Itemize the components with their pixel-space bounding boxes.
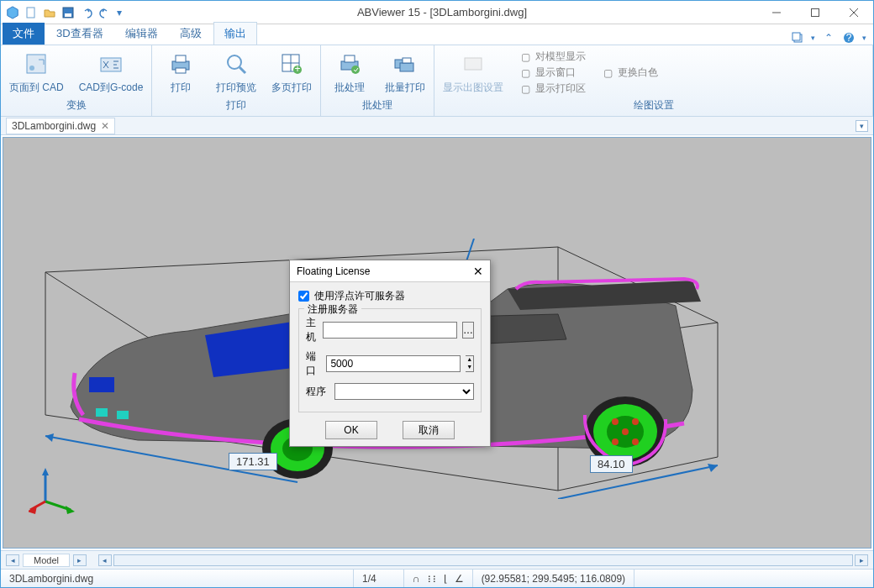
tab-advanced[interactable]: 高级: [170, 23, 212, 45]
tab-file[interactable]: 文件: [3, 23, 45, 45]
close-button[interactable]: [835, 1, 873, 24]
redo-icon[interactable]: [98, 6, 112, 19]
show-by-model-button[interactable]: ▢对模型显示: [519, 50, 586, 64]
batch-print-button[interactable]: 批量打印: [385, 50, 425, 95]
use-server-label: 使用浮点许可服务器: [314, 289, 405, 303]
collapse-ribbon-icon[interactable]: ⌃: [822, 31, 835, 45]
model-tab[interactable]: Model: [23, 554, 70, 567]
help-icon[interactable]: ?: [842, 31, 856, 45]
tab-3d-viewer[interactable]: 3D查看器: [46, 23, 113, 45]
svg-rect-12: [27, 55, 45, 73]
batch-label: 批处理: [334, 81, 365, 95]
plot-options-2: ▢更换白色: [601, 66, 658, 80]
document-tabs: 3DLamborgini.dwg ✕ ▾: [1, 117, 873, 135]
horizontal-scrollbar[interactable]: ◂ ▸: [90, 554, 868, 566]
batch-button[interactable]: 批处理: [329, 50, 370, 95]
svg-point-18: [228, 55, 241, 69]
change-white-button[interactable]: ▢更换白色: [601, 66, 658, 80]
model-display-icon: ▢: [519, 50, 532, 64]
maximize-button[interactable]: [796, 1, 835, 24]
svg-rect-29: [400, 63, 413, 71]
svg-rect-16: [176, 55, 186, 62]
use-server-input[interactable]: [298, 291, 309, 302]
dialog-close-icon[interactable]: ✕: [473, 265, 483, 278]
svg-point-13: [29, 66, 34, 71]
svg-rect-3: [65, 13, 71, 17]
open-icon[interactable]: [43, 6, 56, 19]
plot-settings-icon: [460, 50, 487, 77]
multipage-label: 多页打印: [271, 81, 312, 95]
port-spinner[interactable]: ▲▼: [466, 355, 474, 372]
status-coords: (92.95581; 299.5495; 116.0809): [473, 570, 634, 587]
scroll-right-icon[interactable]: ▸: [855, 554, 868, 566]
new-icon[interactable]: [24, 6, 38, 19]
svg-rect-5: [812, 8, 819, 16]
close-tab-icon[interactable]: ✕: [101, 120, 109, 132]
scroll-left-icon[interactable]: ◂: [98, 554, 112, 566]
statusbar: 3DLamborgini.dwg 1/4 ∩ ⫶⫶ ⌊ ∠ (92.95581;…: [1, 569, 873, 587]
document-tab[interactable]: 3DLamborgini.dwg ✕: [6, 118, 115, 134]
host-label: 主机: [306, 316, 318, 344]
cancel-button[interactable]: 取消: [403, 421, 455, 439]
ortho-icon[interactable]: ⌊: [444, 573, 448, 585]
tab-prev-icon[interactable]: ◂: [6, 554, 19, 566]
change-white-icon: ▢: [601, 66, 614, 80]
svg-text:+: +: [295, 63, 301, 75]
print-preview-label: 打印预览: [216, 81, 256, 95]
print-area-icon: ▢: [519, 82, 532, 96]
svg-point-53: [632, 438, 639, 445]
page-to-cad-button[interactable]: 页面到 CAD: [9, 50, 64, 95]
use-server-checkbox[interactable]: 使用浮点许可服务器: [298, 289, 482, 303]
svg-rect-1: [27, 8, 34, 18]
host-input[interactable]: [323, 322, 457, 339]
svg-rect-17: [176, 68, 186, 73]
tab-output[interactable]: 输出: [213, 22, 257, 45]
layout-tabs: ◂ Model ▸ ◂ ▸: [1, 550, 873, 569]
show-print-area-button[interactable]: ▢显示打印区: [519, 81, 586, 96]
help-dropdown-icon[interactable]: ▾: [862, 34, 866, 42]
cad-to-gcode-icon: [97, 50, 124, 77]
host-browse-button[interactable]: …: [462, 322, 474, 339]
svg-line-19: [240, 67, 245, 73]
show-plot-settings-button[interactable]: 显示出图设置: [443, 50, 503, 95]
page-to-cad-label: 页面到 CAD: [9, 81, 64, 95]
save-icon[interactable]: [61, 6, 75, 19]
program-select[interactable]: [334, 383, 474, 400]
print-button[interactable]: 打印: [161, 50, 201, 95]
dialog-titlebar[interactable]: Floating License ✕: [290, 260, 490, 282]
cad-to-gcode-button[interactable]: CAD到G-code: [79, 50, 144, 95]
group-convert: 页面到 CAD CAD到G-code 变换: [1, 45, 152, 116]
qat-dropdown-icon[interactable]: ▾: [117, 7, 122, 18]
plot-options: ▢对模型显示 ▢显示窗口 ▢显示打印区: [519, 50, 586, 96]
clone-window-icon[interactable]: [791, 31, 804, 45]
tab-overflow-icon[interactable]: ▾: [856, 120, 868, 132]
undo-icon[interactable]: [80, 6, 93, 19]
cad-to-gcode-label: CAD到G-code: [79, 81, 144, 95]
print-label: 打印: [171, 81, 191, 95]
clone-dropdown-icon[interactable]: ▾: [811, 34, 815, 42]
tab-editor[interactable]: 编辑器: [115, 23, 168, 45]
status-page: 1/4: [354, 570, 404, 587]
ok-button[interactable]: OK: [325, 421, 377, 439]
axis-gizmo: [29, 464, 79, 514]
multipage-icon: +: [278, 50, 305, 77]
group-convert-title: 变换: [9, 98, 143, 114]
print-preview-button[interactable]: 打印预览: [216, 50, 256, 95]
snap-icon[interactable]: ∩: [413, 573, 420, 585]
group-print-title: 打印: [161, 98, 312, 114]
program-label: 程序: [306, 385, 329, 399]
viewport-canvas[interactable]: 171.31 84.10 Floating License ✕ 使用浮点许可服务…: [3, 137, 871, 549]
batch-icon: [336, 50, 363, 77]
status-file: 3DLamborgini.dwg: [1, 570, 354, 587]
show-window-button[interactable]: ▢显示窗口: [519, 66, 586, 80]
svg-point-52: [612, 438, 619, 445]
tab-next-icon[interactable]: ▸: [73, 554, 87, 566]
multipage-print-button[interactable]: + 多页打印: [271, 50, 312, 95]
minimize-button[interactable]: [757, 1, 796, 24]
grid-icon[interactable]: ⫶⫶: [427, 573, 437, 585]
port-input[interactable]: [326, 355, 461, 372]
svg-rect-30: [403, 58, 411, 63]
register-server-group: 注册服务器 主机 … 端口 ▲▼ 程序: [298, 308, 482, 412]
page-to-cad-icon: [23, 50, 50, 77]
angle-icon[interactable]: ∠: [455, 573, 464, 585]
